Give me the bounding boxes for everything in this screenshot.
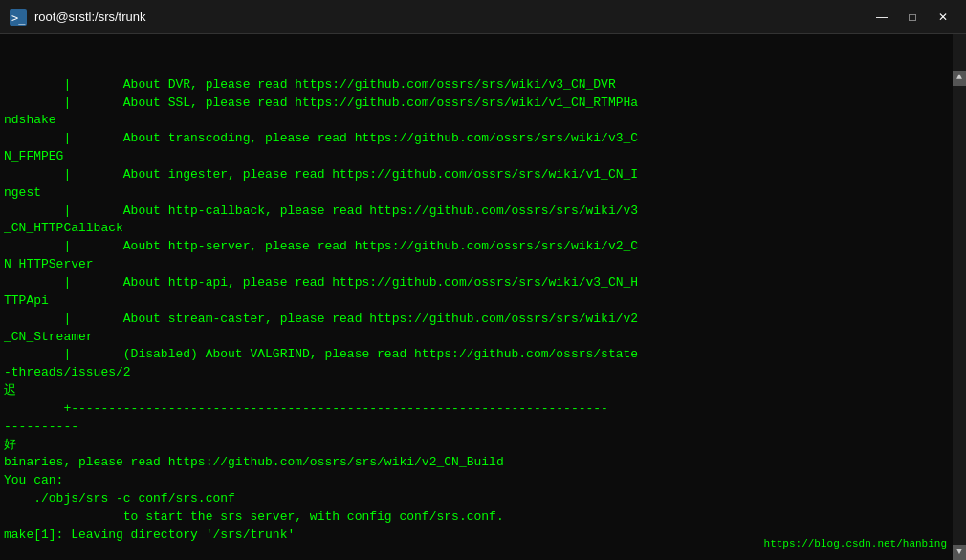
terminal-line: -threads/issues/2: [4, 364, 960, 382]
terminal-window: | About DVR, please read https://github.…: [0, 34, 966, 560]
terminal-icon: >_: [10, 9, 27, 26]
terminal-line: N_FFMPEG: [4, 148, 960, 166]
terminal-line: | Aoubt http-server, please read https:/…: [4, 238, 960, 256]
terminal-line: | About http-api, please read https://gi…: [4, 274, 960, 292]
terminal-line: TTPApi: [4, 292, 960, 311]
close-button[interactable]: ✕: [930, 7, 956, 28]
window-controls: — □ ✕: [868, 7, 956, 28]
terminal-line: ./objs/srs -c conf/srs.conf: [4, 490, 960, 508]
terminal-line: ----------: [4, 419, 960, 437]
terminal-line: | About stream-caster, please read https…: [4, 311, 960, 329]
terminal-line: | About ingester, please read https://gi…: [4, 166, 960, 184]
terminal-line: ngest: [4, 184, 960, 203]
terminal-line: You can:: [4, 472, 960, 490]
terminal-line: 好: [4, 437, 960, 455]
window-title: root@srstl:/srs/trunk: [34, 10, 146, 24]
terminal-line: | About http-callback, please read https…: [4, 203, 960, 221]
svg-text:>_: >_: [11, 11, 26, 25]
scroll-up-button[interactable]: ▲: [953, 71, 966, 86]
terminal-line: | (Disabled) About VALGRIND, please read…: [4, 346, 960, 364]
terminal-line: binaries, please read https://github.com…: [4, 454, 960, 472]
maximize-button[interactable]: □: [899, 7, 926, 28]
terminal-line: | About transcoding, please read https:/…: [4, 130, 960, 148]
title-bar-left: >_ root@srstl:/srs/trunk: [10, 9, 146, 26]
terminal-line: | About SSL, please read https://github.…: [4, 95, 960, 113]
scrollbar[interactable]: ▲ ▼: [953, 34, 966, 560]
terminal-line: 迟: [4, 382, 960, 400]
terminal-line: to start the srs server, with config con…: [4, 508, 960, 527]
minimize-button[interactable]: —: [868, 7, 895, 28]
terminal-content: | About DVR, please read https://github.…: [4, 76, 960, 545]
terminal-line: _CN_Streamer: [4, 329, 960, 347]
terminal-line: +---------------------------------------…: [4, 400, 960, 419]
terminal-line: ndshake: [4, 112, 960, 130]
url-bar: https://blog.csdn.net/hanbing: [764, 537, 947, 552]
scroll-down-button[interactable]: ▼: [953, 545, 966, 560]
terminal-line: N_HTTPServer: [4, 256, 960, 274]
window: >_ root@srstl:/srs/trunk — □ ✕ | About D…: [0, 0, 966, 560]
terminal-line: _CN_HTTPCallback: [4, 220, 960, 238]
title-bar: >_ root@srstl:/srs/trunk — □ ✕: [0, 0, 966, 34]
terminal-line: | About DVR, please read https://github.…: [4, 76, 960, 95]
